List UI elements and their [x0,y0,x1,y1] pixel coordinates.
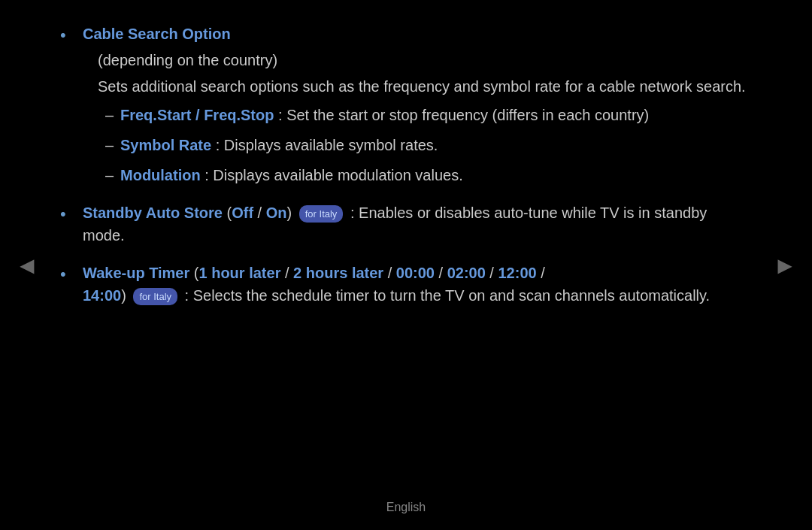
cable-search-sub-list: Freq.Start / Freq.Stop : Set the start o… [105,104,752,186]
modulation-label: Modulation [120,167,201,183]
standby-on: On [266,204,287,221]
freq-label: Freq.Start / Freq.Stop [120,107,274,123]
sub-item-freq: Freq.Start / Freq.Stop : Set the start o… [105,104,752,126]
symbol-rate-description: : Displays available symbol rates. [216,137,438,153]
wakeup-title: Wake-up Timer [83,265,189,281]
wakeup-opt6: 14:00 [83,287,121,304]
left-arrow-icon: ◄ [15,252,39,279]
nav-arrow-right[interactable]: ► [773,247,797,283]
wakeup-description: : Selects the schedule timer to turn the… [185,287,710,304]
symbol-rate-label: Symbol Rate [120,137,211,153]
page-container: ◄ ► Cable Search Option (depending on th… [0,0,812,530]
list-item-cable-search: Cable Search Option (depending on the co… [60,23,752,186]
footer-language: English [386,498,426,516]
wakeup-opt1: 1 hour later [199,265,281,281]
modulation-description: : Displays available modulation values. [205,167,463,183]
standby-badge: for Italy [299,205,344,223]
main-list: Cable Search Option (depending on the co… [60,23,752,307]
nav-arrow-left[interactable]: ◄ [15,247,39,283]
sub-item-symbol-rate: Symbol Rate : Displays available symbol … [105,134,752,156]
wakeup-opt2: 2 hours later [293,265,383,281]
wakeup-badge: for Italy [133,288,177,306]
list-item-wake-up-timer: Wake-up Timer (1 hour later / 2 hours la… [60,262,752,307]
freq-description: : Set the start or stop frequency (diffe… [278,107,649,123]
list-item-standby-auto-store: Standby Auto Store (Off / On) for Italy … [60,201,752,247]
sub-item-modulation: Modulation : Displays available modulati… [105,164,752,186]
content-area: Cable Search Option (depending on the co… [60,23,752,492]
wakeup-opt5: 12:00 [498,265,536,281]
cable-search-subtitle: (depending on the country) [98,49,752,71]
wakeup-opt3: 00:00 [396,265,435,281]
cable-search-description: Sets additional search options such as t… [98,75,752,98]
right-arrow-icon: ► [773,252,797,279]
cable-search-title: Cable Search Option [83,26,231,42]
standby-off: Off [232,204,253,221]
standby-title: Standby Auto Store [83,204,223,221]
wakeup-opt4: 02:00 [447,265,486,281]
